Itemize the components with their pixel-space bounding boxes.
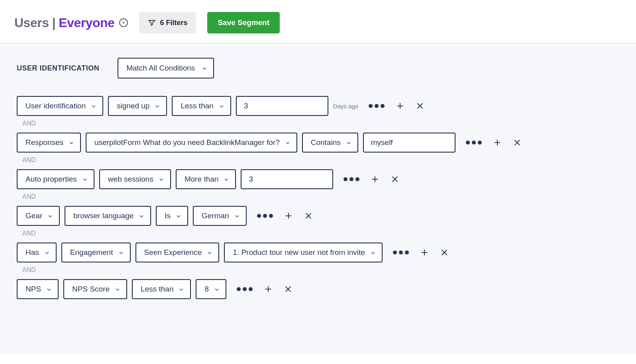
chevron-down-icon — [345, 139, 352, 146]
more-actions-button[interactable] — [466, 141, 482, 145]
attribute-select[interactable]: NPS Score — [63, 279, 127, 299]
value-suffix: Days ago — [333, 103, 358, 110]
attribute-select[interactable]: userpilotForm What do you need BacklinkM… — [86, 133, 297, 153]
remove-condition-button[interactable] — [416, 102, 424, 110]
filters-count-label: 6 Filters — [160, 19, 187, 27]
value-input[interactable] — [241, 169, 333, 189]
more-actions-button[interactable] — [369, 104, 385, 108]
section-title: USER IDENTIFICATION — [17, 64, 99, 72]
add-condition-button[interactable] — [264, 285, 273, 294]
chevron-down-icon — [285, 139, 291, 146]
chevron-down-icon — [201, 65, 208, 71]
condition-row: Has Engagement Seen Experience 1. Produc… — [17, 243, 619, 262]
chevron-down-icon — [214, 286, 220, 292]
condition-row: NPS NPS Score Less than 8 — [17, 279, 619, 299]
add-condition-button[interactable] — [420, 248, 429, 257]
category-select[interactable]: Auto properties — [17, 169, 94, 189]
condition-row: Responses userpilotForm What do you need… — [17, 133, 619, 153]
match-mode-select[interactable]: Match All Conditions — [118, 58, 214, 78]
chevron-down-icon — [68, 139, 75, 146]
value-input[interactable] — [236, 96, 328, 116]
funnel-icon — [148, 19, 156, 27]
segment-dropdown-toggle[interactable] — [119, 18, 128, 27]
condition-row: Auto properties web sessions More than — [17, 169, 619, 189]
chevron-down-icon — [44, 249, 50, 256]
condition-row: Gear browser language Is German — [17, 206, 619, 226]
operator-select[interactable]: Contains — [302, 133, 358, 153]
value-input[interactable] — [363, 133, 455, 153]
operator-select[interactable]: Less than — [172, 96, 231, 116]
top-bar: Users | Everyone 6 Filters Save Segment — [0, 0, 636, 43]
chevron-down-icon — [370, 249, 376, 256]
chevron-down-icon — [138, 213, 145, 219]
operator-select[interactable]: More than — [176, 169, 236, 189]
section-header: USER IDENTIFICATION Match All Conditions — [17, 58, 619, 78]
remove-condition-button[interactable] — [391, 175, 399, 184]
chevron-down-icon — [206, 249, 213, 256]
category-select[interactable]: Gear — [17, 206, 60, 226]
attribute-select[interactable]: browser language — [65, 206, 151, 226]
category-select[interactable]: Responses — [17, 133, 81, 153]
more-actions-button[interactable] — [344, 177, 359, 181]
chevron-down-icon — [234, 213, 240, 219]
chevron-down-icon — [82, 176, 88, 182]
chevron-down-icon — [223, 176, 230, 182]
operator-select[interactable]: Less than — [132, 279, 191, 299]
attribute-select[interactable]: web sessions — [99, 169, 171, 189]
chevron-down-icon — [118, 249, 124, 256]
remove-condition-button[interactable] — [440, 248, 449, 257]
category-select[interactable]: NPS — [17, 279, 59, 299]
more-actions-button[interactable] — [237, 287, 253, 291]
remove-condition-button[interactable] — [284, 285, 292, 294]
match-mode-value: Match All Conditions — [126, 64, 195, 72]
save-segment-button[interactable]: Save Segment — [207, 12, 280, 33]
chevron-down-icon — [175, 213, 182, 219]
chevron-down-icon — [46, 286, 52, 292]
add-condition-button[interactable] — [284, 211, 293, 220]
title-prefix: Users | — [14, 16, 55, 30]
attribute-select[interactable]: Engagement — [61, 243, 131, 262]
value-select[interactable]: 8 — [196, 279, 226, 299]
operator-select[interactable]: Seen Experience — [135, 243, 220, 262]
segment-name: Everyone — [59, 16, 114, 30]
chevron-down-icon — [158, 176, 165, 182]
category-select[interactable]: Has — [17, 243, 57, 262]
operator-select[interactable]: Is — [156, 206, 188, 226]
and-connector: AND — [22, 157, 619, 164]
value-select[interactable]: German — [193, 206, 247, 226]
add-condition-button[interactable] — [371, 175, 379, 184]
condition-row: User identification signed up Less than … — [17, 96, 619, 116]
chevron-down-icon — [178, 286, 185, 292]
filter-builder: USER IDENTIFICATION Match All Conditions… — [0, 43, 636, 354]
category-select[interactable]: User identification — [17, 96, 103, 116]
chevron-down-icon — [114, 286, 121, 292]
chevron-down-icon — [90, 103, 97, 109]
and-connector: AND — [22, 193, 619, 200]
add-condition-button[interactable] — [493, 138, 502, 147]
attribute-select[interactable]: signed up — [108, 96, 167, 116]
page-title-group: Users | Everyone — [14, 16, 128, 30]
and-connector: AND — [22, 266, 619, 274]
chevron-down-icon — [218, 103, 225, 109]
chevron-down-icon — [154, 103, 161, 109]
remove-condition-button[interactable] — [304, 211, 313, 220]
and-connector: AND — [22, 230, 619, 237]
value-select[interactable]: 1. Product tour new user not from invite — [224, 243, 383, 262]
and-connector: AND — [22, 120, 619, 127]
more-actions-button[interactable] — [393, 250, 409, 254]
remove-condition-button[interactable] — [513, 138, 522, 147]
more-actions-button[interactable] — [257, 214, 273, 218]
chevron-down-icon — [47, 213, 53, 219]
add-condition-button[interactable] — [396, 102, 404, 110]
filters-button[interactable]: 6 Filters — [139, 12, 196, 33]
